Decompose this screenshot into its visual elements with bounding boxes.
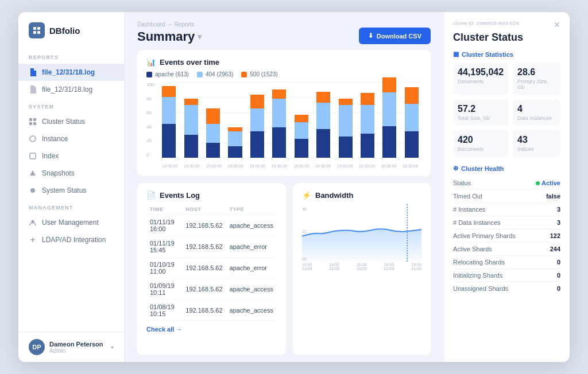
health-row: Unassigned Shards0 [453,282,560,295]
health-row: # Instances3 [453,203,560,216]
management-section-label: MANAGEMENT [18,199,124,214]
col-host: HOST [182,204,226,215]
svg-rect-7 [33,122,36,125]
panel-header: Cluster ID: 2dbb8839-9b63-623c ✕ [453,20,560,29]
download-icon: ⬇ [368,32,373,40]
bar-chart-icon: 📊 [146,58,156,67]
table-row: 01/10/19 11:00192.168.5.62apache_error [146,258,277,279]
legend-404: 404 (2963) [197,71,233,77]
legend-500: 500 (1523) [241,71,277,77]
main-body: 📊 Events over time apache (613) 404 (296… [125,50,443,362]
instance-icon [29,135,37,143]
cluster-id: Cluster ID: 2dbb8839-9b63-623c [453,21,520,26]
health-row: # Data Instances3 [453,216,560,229]
health-icon: ⊕ [453,165,458,172]
health-row: Active Shards244 [453,243,560,256]
x-axis-labels: 14:00:0014:30:0015:00:0015:30:0016:00:00… [159,164,421,168]
logo-text: DBfolio [49,26,80,36]
bar-group [203,108,223,158]
sidebar-item-user-management[interactable]: User Management [18,214,124,231]
bar-group [314,92,333,158]
y-axis: 100 80 60 40 20 0 [146,82,154,158]
sidebar-item-snapshots[interactable]: Snapshots [18,165,124,182]
sidebar: DBfolio REPORTS file_12/31/18.log file_1… [18,12,125,362]
svg-rect-5 [33,118,36,121]
stat-cell: 28.6Primary Size, Gb [513,63,560,95]
bandwidth-section: ⚡ Bandwidth [293,183,431,355]
col-type: TYPE [226,204,277,215]
svg-text:40: 40 [302,207,307,212]
check-all-link[interactable]: Check all → [146,326,182,333]
bars-container [159,82,421,158]
bar-group [269,89,289,158]
sidebar-item-instance[interactable]: Instance [18,130,124,147]
index-icon [29,152,37,160]
close-button[interactable]: ✕ [554,20,560,29]
user-name: Dameon Peterson [49,341,106,348]
title-arrow-icon: ▾ [198,32,202,41]
svg-text:21: 21 [302,229,307,235]
grid-icon [29,118,37,126]
events-log-section: 📄 Events Log TIME HOST TYPE 01/11/19 [137,183,286,355]
sidebar-item-ldap[interactable]: LDAP/AD Integration [18,231,124,248]
stat-cell: 43Indices [513,130,560,157]
logo-icon [29,22,45,38]
bar-chart-container: 100 80 60 40 20 0 14:00:0014:30:0015:00:… [146,82,421,168]
sidebar-item-file1[interactable]: file_12/31/18.log [18,64,124,81]
avatar: DP [29,339,45,355]
app-window: DBfolio REPORTS file_12/31/18.log file_1… [18,12,570,362]
cluster-statistics-title: ▦ Cluster Statistics [453,50,560,58]
bar-group [358,93,377,158]
chart-legend: apache (613) 404 (2963) 500 (1523) [146,71,421,77]
download-csv-button[interactable]: ⬇ Download CSV [359,28,431,44]
health-row: Relocating Shards0 [453,256,560,269]
bandwidth-icon: ⚡ [302,191,311,200]
user-role: Admin [49,348,106,354]
bar-group [380,77,399,158]
chevron-down-icon: ▾ [111,344,114,350]
logo: DBfolio [18,22,124,49]
file-icon-2 [29,85,37,94]
health-row: Initializing Shards0 [453,269,560,282]
svg-rect-2 [33,31,36,34]
legend-apache: apache (613) [146,71,189,77]
main-content: Dashboard → Reports Summary ▾ ⬇ Download… [125,12,443,362]
user-icon [29,219,37,227]
svg-rect-0 [33,27,36,30]
main-header: Dashboard → Reports Summary ▾ ⬇ Download… [125,12,443,50]
stats-grid: 44,195,042Documents28.6Primary Size, Gb5… [453,63,560,157]
events-chart-section: 📊 Events over time apache (613) 404 (296… [137,50,431,176]
bar-group [181,99,200,158]
system-status-icon [29,186,37,194]
svg-point-10 [30,188,35,193]
bandwidth-chart: 40 21 00 [302,204,421,262]
bar-group [247,95,267,158]
health-row: Timed Outfalse [453,190,560,203]
user-info: Dameon Peterson Admin [49,341,106,354]
snapshots-icon [29,169,37,177]
right-panel: Cluster ID: 2dbb8839-9b63-623c ✕ Cluster… [443,12,570,362]
stat-cell: 420Documents [453,130,508,157]
sidebar-item-file2[interactable]: file_12/31/18.log [18,81,124,98]
bar-group [159,86,179,158]
sidebar-item-index[interactable]: Index [18,147,124,165]
bar-group [225,127,245,158]
bar-group [335,99,355,158]
stat-cell: 44,195,042Documents [453,63,508,95]
bar-group [402,87,421,158]
svg-rect-9 [30,153,36,159]
svg-rect-4 [29,118,32,121]
events-chart-title: 📊 Events over time [146,58,421,67]
stat-cell: 57.2Total Size, Gb [453,99,508,126]
sidebar-item-system-status[interactable]: System Status [18,182,124,199]
panel-title: Cluster Status [453,32,560,44]
system-section-label: SYSTEM [18,98,124,113]
bar-group [292,115,311,158]
table-row: 01/11/19 15:45192.168.5.62apache_error [146,236,277,258]
svg-rect-1 [37,27,40,30]
bottom-row: 📄 Events Log TIME HOST TYPE 01/11/19 [137,183,431,355]
events-log-icon: 📄 [146,191,156,200]
sidebar-item-cluster-status[interactable]: Cluster Status [18,113,124,130]
table-row: 01/09/19 10:11192.168.5.62apache_access [146,279,277,300]
ldap-icon [29,236,37,244]
